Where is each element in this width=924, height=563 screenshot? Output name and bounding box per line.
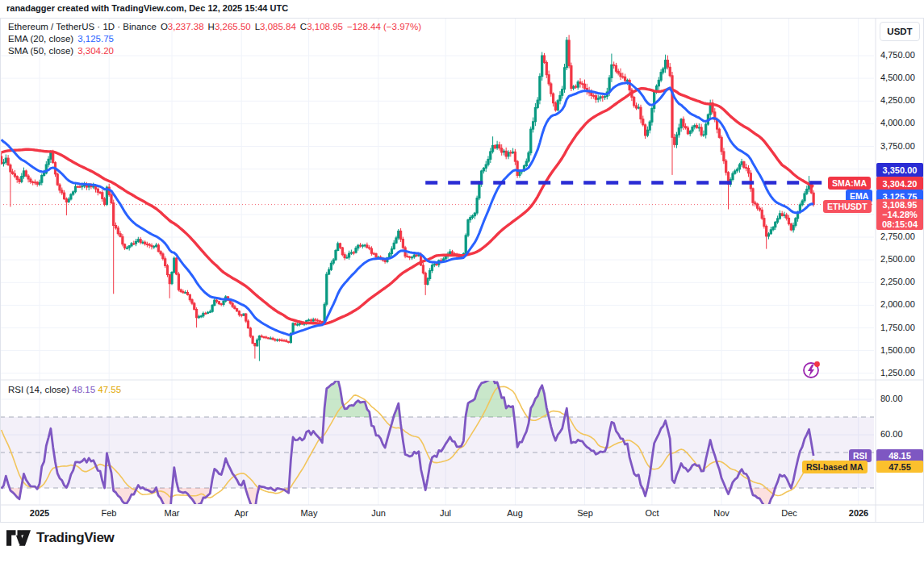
price-tick-label: 4,000.00: [880, 118, 915, 127]
price-tick-label: 2,500.00: [880, 254, 915, 264]
rsi-ma-callout-chip: RSI-based MA: [802, 461, 868, 473]
ema-line: [2, 83, 813, 336]
time-tick-label: Apr: [234, 508, 248, 518]
tradingview-logo-text: TradingView: [36, 530, 115, 546]
time-tick-label: Jun: [371, 508, 386, 518]
time-tick-label: Mar: [165, 508, 180, 518]
high-value: H3,265.50: [208, 21, 251, 32]
rsi-ma-value-tag: 47.55: [876, 461, 923, 473]
symbol-legend-row[interactable]: Ethereum / TetherUS · 1D · Binance O3,23…: [8, 21, 421, 32]
candlestick-series: [1, 35, 815, 361]
rsi-legend-row[interactable]: RSI (14, close) 48.15 47.55: [8, 385, 121, 394]
rsi-ma-value: 47.55: [98, 385, 121, 394]
time-tick-label: Dec: [781, 508, 797, 518]
rsi-label: RSI (14, close): [8, 385, 69, 394]
price-tick-label: 1,750.00: [880, 323, 915, 332]
price-tick-label: 2,750.00: [880, 231, 915, 241]
moving-average-lines: [2, 83, 813, 336]
sma-label: SMA (50, close): [8, 45, 73, 56]
price-tick-label: 2,250.00: [880, 277, 915, 286]
low-value: L3,085.84: [255, 21, 296, 32]
time-tick-label: Sep: [577, 508, 593, 518]
sma-price-tag: 3,304.20: [876, 177, 923, 190]
close-value: C3,108.95: [300, 21, 343, 32]
attribution-text: ranadagger created with TradingView.com,…: [6, 3, 288, 13]
time-tick-label: Feb: [102, 508, 117, 518]
change-value: −128.44 (−3.97%): [347, 21, 421, 32]
sma-legend-row[interactable]: SMA (50, close) 3,304.20: [8, 45, 421, 56]
currency-toggle-button[interactable]: USDT: [880, 22, 920, 41]
time-tick-label: Nov: [713, 508, 730, 518]
ema-value: 3,125.75: [77, 33, 114, 44]
symbol-callout-chip: ETHUSDT: [823, 200, 872, 213]
sma-value: 3,304.20: [77, 45, 114, 56]
time-tick-label: 2025: [30, 508, 49, 518]
rsi-tick-label: 80.00: [880, 394, 903, 403]
flash-events-icon[interactable]: [804, 361, 820, 377]
tradingview-logo[interactable]: TradingView: [6, 530, 115, 546]
price-tick-label: 4,750.00: [880, 50, 915, 60]
tradingview-logo-icon: [6, 530, 31, 546]
level-price-tag: 3,350.00: [876, 163, 923, 177]
price-tick-label: 4,250.00: [880, 95, 915, 105]
price-tick-label: 3,750.00: [880, 141, 915, 151]
ema-label: EMA (20, close): [8, 33, 73, 44]
main-legend: Ethereum / TetherUS · 1D · Binance O3,23…: [8, 21, 421, 57]
time-tick-label: 2026: [849, 508, 868, 518]
price-tick-label: 1,250.00: [880, 368, 915, 377]
sma-callout-chip: SMA:MA: [828, 177, 871, 190]
time-tick-label: Jul: [440, 508, 451, 518]
price-tick-label: 1,500.00: [880, 345, 915, 355]
rsi-value: 48.15: [72, 385, 95, 394]
ema-legend-row[interactable]: EMA (20, close) 3,125.75: [8, 33, 421, 44]
time-tick-label: Aug: [507, 508, 523, 518]
last-price-tag: 3,108.95 −14.28% 08:15:04: [876, 199, 923, 230]
price-tick-label: 4,500.00: [880, 73, 915, 82]
open-value: O3,237.38: [161, 21, 204, 32]
time-tick-label: Oct: [645, 508, 659, 518]
chart-canvas[interactable]: [0, 0, 924, 563]
rsi-tick-label: 60.00: [880, 429, 903, 439]
symbol-title: Ethereum / TetherUS · 1D · Binance: [8, 21, 157, 32]
time-tick-label: May: [301, 508, 318, 518]
price-tick-label: 2,000.00: [880, 299, 915, 309]
